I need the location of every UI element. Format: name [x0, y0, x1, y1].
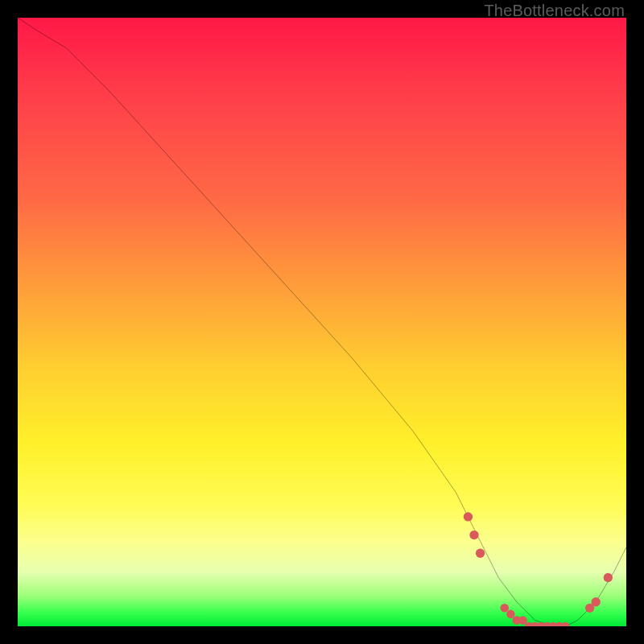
bottleneck-curve — [18, 18, 626, 626]
svg-point-16 — [604, 573, 613, 582]
svg-point-13 — [561, 622, 570, 626]
plot-area — [18, 18, 626, 626]
svg-point-2 — [476, 549, 485, 558]
svg-point-0 — [464, 512, 473, 521]
svg-point-3 — [501, 604, 510, 613]
chart-frame: TheBottleneck.com — [0, 0, 644, 644]
chart-svg — [18, 18, 626, 626]
svg-point-4 — [506, 610, 515, 619]
svg-point-1 — [469, 530, 478, 539]
marker-group — [464, 512, 613, 626]
svg-point-6 — [518, 616, 527, 625]
attribution-text: TheBottleneck.com — [484, 2, 625, 20]
svg-point-15 — [592, 597, 601, 606]
